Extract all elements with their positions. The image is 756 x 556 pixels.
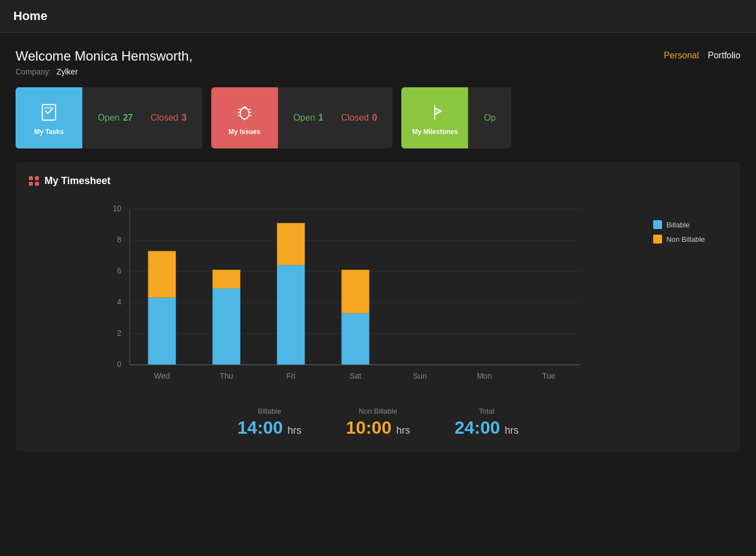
tasks-icon-box: My Tasks [16,87,82,148]
svg-text:8: 8 [117,235,122,244]
milestones-open-stat: Op [484,113,495,123]
legend-nonbillable-label: Non Billable [667,235,705,244]
my-issues-card[interactable]: My Issues Open 1 Closed 0 [211,87,393,148]
x-label-sat: Sat [350,371,361,380]
billable-summary-value-row: 14:00 hrs [237,418,301,438]
svg-text:10: 10 [113,204,122,213]
svg-rect-1 [44,107,53,109]
issues-stats: Open 1 Closed 0 [278,87,393,148]
issues-open-label: Open [294,113,315,123]
nonbillable-summary-label: Non Billable [346,407,410,415]
timesheet-header: My Timesheet [29,175,727,187]
company-label: Company: [16,67,51,76]
main-content: Welcome Monica Hemsworth, Company: Zylke… [0,33,756,467]
tasks-label: My Tasks [34,128,63,136]
legend-billable: Billable [653,220,690,229]
billable-value: 14:00 [237,418,283,438]
bar-wed-nonbillable [148,251,176,298]
x-label-mon: Mon [477,371,492,380]
issues-open-stat: Open 1 [294,113,324,123]
issues-icon [232,100,257,125]
x-label-thu: Thu [220,371,233,380]
timesheet-section: My Timesheet 10 [16,162,740,451]
milestones-icon [422,100,447,125]
issues-closed-value: 0 [372,113,377,123]
chart-left: 10 8 6 4 2 0 [29,198,653,389]
company-name: Zylker [57,67,78,76]
legend-billable-label: Billable [667,221,690,229]
page-title: Home [13,9,47,23]
x-label-sun: Sun [413,371,427,380]
bar-thu-nonbillable [212,270,240,289]
tasks-open-value: 27 [123,113,133,123]
total-summary: Total 24:00 hrs [455,407,519,438]
nonbillable-unit: hrs [396,425,410,436]
portfolio-view-button[interactable]: Portfolio [708,51,740,61]
svg-text:2: 2 [117,329,122,337]
billable-summary-label: Billable [237,407,301,415]
chart-legend: Billable Non Billable [653,220,705,244]
billable-color-swatch [653,220,662,229]
bar-fri-billable [277,265,305,365]
billable-unit: hrs [287,425,301,436]
tasks-open-label: Open [98,113,120,123]
bar-thu-billable [212,289,240,365]
welcome-row: Welcome Monica Hemsworth, Company: Zylke… [16,48,740,76]
tasks-icon [37,100,61,125]
my-milestones-card[interactable]: My Milestones Op [401,87,511,148]
timesheet-icon [29,176,39,186]
cards-wrapper: My Tasks Open 27 Closed 3 [16,87,740,148]
bar-wed-billable [148,298,176,365]
welcome-greeting: Welcome Monica Hemsworth, [16,48,192,64]
tasks-open-stat: Open 27 [98,113,133,123]
svg-text:4: 4 [117,297,122,306]
issues-icon-box: My Issues [211,87,278,148]
milestones-label: My Milestones [412,128,457,136]
tasks-closed-stat: Closed 3 [151,113,187,123]
svg-point-2 [240,108,249,119]
legend-nonbillable: Non Billable [653,235,705,244]
bar-sat-nonbillable [341,270,369,313]
chart-wrapper: 10 8 6 4 2 0 [29,198,727,389]
svg-text:0: 0 [117,360,122,369]
milestones-stats: Op [468,87,511,148]
personal-view-button[interactable]: Personal [664,51,699,61]
milestones-open-label: Op [484,113,495,123]
app-header: Home [0,0,756,33]
view-toggle: Personal Portfolio [664,51,740,61]
issues-closed-stat: Closed 0 [341,113,377,123]
timesheet-summary: Billable 14:00 hrs Non Billable 10:00 hr… [29,400,727,438]
bar-fri-nonbillable [277,223,305,265]
x-label-fri: Fri [286,371,295,380]
x-label-wed: Wed [154,371,170,380]
total-value: 24:00 [455,418,500,438]
tasks-closed-value: 3 [182,113,187,123]
tasks-closed-label: Closed [151,113,178,123]
nonbillable-value: 10:00 [346,418,391,438]
total-summary-label: Total [455,407,519,415]
issues-open-value: 1 [319,113,324,123]
issues-label: My Issues [228,128,260,136]
company-row: Company: Zylker [16,67,192,76]
nonbillable-color-swatch [653,235,662,244]
total-unit: hrs [505,425,519,436]
welcome-block: Welcome Monica Hemsworth, Company: Zylke… [16,48,192,76]
timesheet-chart: 10 8 6 4 2 0 [29,198,653,387]
issues-closed-label: Closed [341,113,369,123]
timesheet-title: My Timesheet [44,175,111,187]
milestones-icon-box: My Milestones [401,87,468,148]
billable-summary: Billable 14:00 hrs [237,407,301,438]
tasks-stats: Open 27 Closed 3 [82,87,202,148]
my-tasks-card[interactable]: My Tasks Open 27 Closed 3 [16,87,202,148]
bar-sat-billable [341,314,369,365]
nonbillable-summary-value-row: 10:00 hrs [346,418,410,438]
svg-text:6: 6 [117,266,122,275]
total-summary-value-row: 24:00 hrs [455,418,519,438]
nonbillable-summary: Non Billable 10:00 hrs [346,407,410,438]
x-label-tue: Tue [543,371,556,380]
